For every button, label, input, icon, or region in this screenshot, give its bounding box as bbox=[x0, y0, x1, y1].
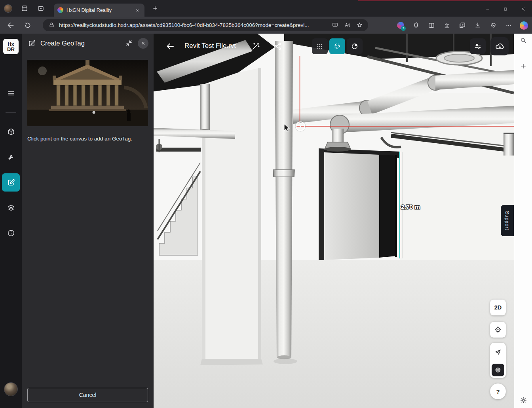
collapse-panel-icon[interactable] bbox=[124, 38, 134, 48]
fly-navigation-button[interactable] bbox=[492, 345, 504, 359]
mesh-mode-button[interactable] bbox=[347, 38, 363, 54]
measurement-label: 2.70 m bbox=[401, 203, 420, 210]
view-settings-button[interactable] bbox=[470, 38, 486, 54]
file-title: Revit Test File.rvt bbox=[184, 42, 236, 50]
browser-essentials-icon[interactable] bbox=[486, 19, 500, 32]
navigation-pill bbox=[490, 343, 506, 378]
browser-profile-avatar[interactable] bbox=[4, 4, 12, 13]
toolbar-right-icons: 3 bbox=[394, 19, 530, 32]
collections-icon[interactable] bbox=[456, 19, 469, 32]
sidebar-item-create-geotag[interactable] bbox=[0, 175, 22, 190]
favorites-icon[interactable] bbox=[440, 19, 453, 32]
doorway bbox=[319, 148, 402, 260]
maximize-button[interactable] bbox=[496, 1, 514, 17]
site-info-lock-icon[interactable] bbox=[47, 21, 56, 30]
geotag-instruction: Click point on the canvas to add an GeoT… bbox=[27, 136, 149, 142]
extensions-icon[interactable] bbox=[409, 19, 422, 32]
tab-actions-icon[interactable] bbox=[35, 3, 46, 13]
sidebar-item-assets[interactable] bbox=[0, 124, 22, 140]
refresh-icon[interactable] bbox=[21, 19, 34, 32]
browser-tab[interactable]: HxGN Digital Reality bbox=[54, 4, 144, 17]
sidebar-item-info[interactable] bbox=[0, 225, 22, 241]
viewer-canvas-area: 2.70 m Revit Test File.rvt Support 2D bbox=[154, 34, 514, 408]
pointcloud-mode-button[interactable] bbox=[312, 38, 328, 54]
geotag-edit-icon bbox=[27, 38, 36, 48]
extension-badge-count: 3 bbox=[401, 26, 406, 31]
viewer-3d-scene[interactable]: 2.70 m bbox=[154, 34, 514, 408]
back-nav-icon[interactable] bbox=[4, 19, 17, 32]
support-tab[interactable]: Support bbox=[501, 205, 514, 236]
split-screen-icon[interactable] bbox=[425, 19, 438, 32]
favorite-star-icon[interactable] bbox=[355, 21, 364, 30]
browser-tabstrip: HxGN Digital Reality bbox=[0, 0, 532, 17]
create-geotag-panel: Create GeoTag bbox=[22, 34, 154, 408]
help-button[interactable]: ? bbox=[490, 383, 506, 399]
locate-button[interactable] bbox=[490, 322, 506, 338]
new-tab-button[interactable] bbox=[150, 3, 161, 13]
menu-icon[interactable] bbox=[0, 85, 22, 101]
read-aloud-icon[interactable] bbox=[342, 21, 352, 30]
panel-header: Create GeoTag bbox=[22, 34, 154, 53]
globe-navigation-button[interactable] bbox=[492, 364, 504, 376]
tab-favicon-icon bbox=[57, 7, 63, 13]
user-avatar[interactable] bbox=[4, 382, 18, 396]
support-label: Support bbox=[504, 211, 510, 230]
rail-add-icon[interactable] bbox=[517, 60, 529, 72]
rail-search-icon[interactable] bbox=[517, 34, 529, 46]
hxdr-logo[interactable]: Hx DR bbox=[3, 39, 19, 54]
workspaces-icon[interactable] bbox=[19, 3, 30, 13]
address-bar[interactable]: https://realitycloudstudio.hxdr.app/asse… bbox=[43, 19, 368, 31]
minimize-button[interactable] bbox=[479, 1, 496, 17]
close-button[interactable] bbox=[514, 1, 532, 17]
browser-toolbar: https://realitycloudstudio.hxdr.app/asse… bbox=[0, 17, 532, 34]
edge-sidebar-rail bbox=[514, 34, 532, 408]
cloud-download-button[interactable] bbox=[490, 37, 509, 55]
share-icon[interactable] bbox=[272, 40, 284, 53]
viewer-back-button[interactable] bbox=[164, 40, 177, 53]
rail-settings-gear-icon[interactable] bbox=[517, 394, 529, 406]
magic-wand-icon[interactable] bbox=[249, 40, 262, 53]
window-controls bbox=[479, 1, 532, 17]
copilot-icon[interactable] bbox=[517, 19, 530, 32]
url-text[interactable]: https://realitycloudstudio.hxdr.app/asse… bbox=[59, 22, 327, 28]
downloads-icon[interactable] bbox=[471, 19, 484, 32]
panel-title: Create GeoTag bbox=[40, 40, 120, 47]
geotag-thumbnail[interactable] bbox=[27, 60, 148, 126]
app-sidebar: Hx DR bbox=[0, 34, 22, 408]
sphere-points-mode-button[interactable] bbox=[329, 38, 345, 54]
sidebar-divider bbox=[6, 112, 16, 113]
sidebar-item-layers[interactable] bbox=[0, 200, 22, 216]
tab-title: HxGN Digital Reality bbox=[66, 8, 131, 13]
extension-badge-icon[interactable]: 3 bbox=[394, 19, 407, 32]
close-panel-icon[interactable] bbox=[138, 38, 148, 49]
view-2d-button[interactable]: 2D bbox=[490, 300, 506, 315]
settings-more-icon[interactable] bbox=[502, 19, 515, 32]
tab-close-icon[interactable] bbox=[134, 7, 141, 14]
install-app-icon[interactable] bbox=[330, 21, 340, 30]
cancel-button[interactable]: Cancel bbox=[27, 388, 148, 402]
sidebar-item-tools[interactable] bbox=[0, 149, 22, 165]
